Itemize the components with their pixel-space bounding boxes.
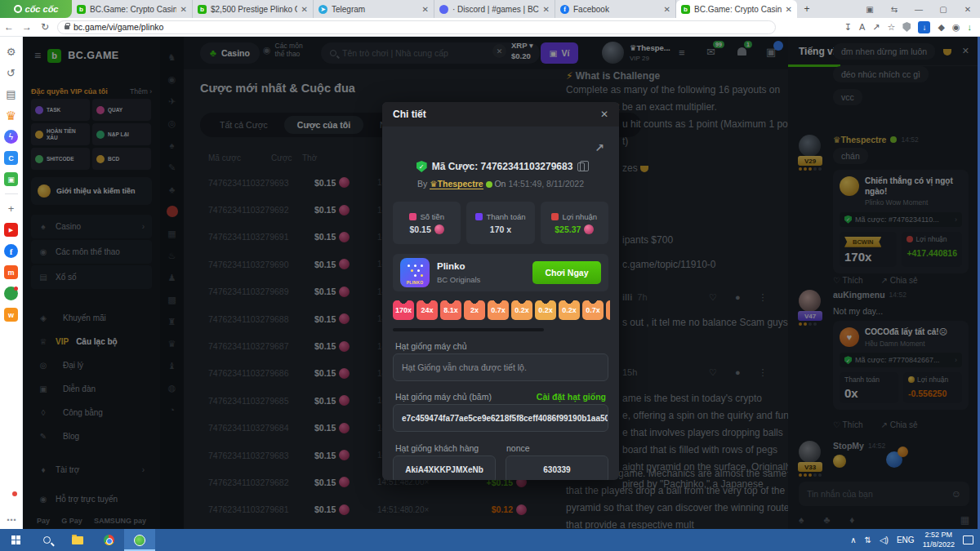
rail-icon[interactable]: [5, 193, 18, 194]
copy-icon[interactable]: [577, 162, 585, 171]
game-category-icon[interactable]: ♞: [167, 51, 178, 63]
window-maximize-button[interactable]: ▢: [931, 5, 956, 14]
modal-share-icon[interactable]: ↗: [595, 141, 604, 154]
plinko-game-icon[interactable]: PLINKO: [400, 258, 430, 287]
url-bar[interactable]: bc.game/vi/game/plinko: [57, 20, 776, 34]
sidebar-menu-item[interactable]: ◊ Công bằng: [31, 401, 152, 424]
game-category-icon[interactable]: ▦: [167, 228, 178, 239]
game-category-icon[interactable]: ♝: [167, 360, 178, 371]
share-icon[interactable]: ↗: [872, 22, 880, 33]
reload-icon[interactable]: ↻: [36, 21, 54, 33]
game-category-icon[interactable]: ●: [167, 206, 178, 217]
chat-close-icon[interactable]: ✕: [962, 46, 969, 56]
coccoc-taskbar-button[interactable]: [124, 529, 155, 551]
vip-perk-tile[interactable]: QUAY: [92, 99, 151, 121]
dislike-icon[interactable]: ●: [735, 292, 741, 303]
table-row[interactable]: 74762341103279681 $0.15 14:51:48 0.20× $…: [208, 496, 527, 523]
network-icon[interactable]: ⇅: [865, 535, 871, 544]
browser-tab[interactable]: · Discord | #games | BC G ✕: [434, 0, 555, 18]
game-category-icon[interactable]: ♣: [167, 184, 178, 195]
sidebar-menu-item[interactable]: ✎ Blog: [31, 424, 152, 448]
back-icon[interactable]: ←: [0, 21, 18, 33]
vip-perk-tile[interactable]: SHITCODE: [31, 148, 90, 170]
bet-author-link[interactable]: ♛Thespectre: [430, 179, 483, 189]
dislike-icon[interactable]: ●: [735, 367, 741, 378]
nonce-input[interactable]: 630339: [506, 455, 608, 480]
chat-toggle-icon[interactable]: ▣: [766, 46, 776, 58]
bet-id-pill[interactable]: ✓ Mã cược: #7476234110...›: [840, 212, 962, 227]
clock[interactable]: 2:52 PM11/8/2022: [923, 531, 955, 549]
tab-close-icon[interactable]: ✕: [786, 5, 792, 14]
like-icon[interactable]: ♡: [709, 367, 717, 378]
chrome-button[interactable]: [93, 529, 124, 551]
casino-nav-button[interactable]: ♣ Casino: [200, 42, 260, 64]
game-category-icon[interactable]: ◉: [167, 73, 178, 85]
clover-icon[interactable]: ♦: [849, 514, 854, 526]
sidebar-menu-item[interactable]: ▤ Xổ số: [31, 265, 152, 289]
window-close-button[interactable]: ✕: [956, 5, 980, 14]
language-indicator[interactable]: ENG: [897, 535, 915, 544]
play-now-button[interactable]: Chơi Ngay: [532, 261, 601, 284]
referral-banner[interactable]: Giới thiệu và kiếm tiền: [31, 177, 152, 205]
sidebar-menu-item[interactable]: ◈ Khuyến mãi: [31, 306, 152, 330]
more-icon[interactable]: ⋮: [759, 292, 768, 303]
tab-close-icon[interactable]: ✕: [301, 5, 308, 14]
coccoc-menu-button[interactable]: cốc cốc: [0, 0, 72, 18]
rail-icon[interactable]: w: [4, 308, 18, 322]
vip-perk-tile[interactable]: HOÀN TIỀN XẤU: [31, 123, 90, 145]
bcgame-logo-text[interactable]: BC.GAME: [68, 50, 119, 61]
chat-trophy-icon[interactable]: [943, 49, 951, 56]
mail-icon[interactable]: ✉99: [706, 46, 715, 58]
bets-tab[interactable]: Tất cả Cược: [207, 116, 281, 134]
rail-icon[interactable]: [4, 287, 18, 300]
rail-icon[interactable]: m: [4, 265, 18, 279]
tab-close-icon[interactable]: ✕: [664, 5, 670, 14]
save-page-icon[interactable]: ↧: [844, 22, 852, 33]
browser-tab[interactable]: b $2,500 Prestige Plinko Challe ✕: [193, 0, 314, 18]
adblock-shield-icon[interactable]: [902, 22, 911, 32]
forward-icon[interactable]: →: [18, 21, 36, 33]
game-category-icon[interactable]: ♟: [167, 272, 178, 283]
extensions-icon[interactable]: ◆: [938, 22, 944, 33]
browser-tab[interactable]: b BC.Game: Crypto Casino Gan ✕: [72, 0, 193, 18]
share-button[interactable]: ↗ Chia sẻ: [881, 276, 918, 285]
currency-selector[interactable]: ✕ XRP ▾$0.20: [492, 41, 533, 62]
window-minimize-button[interactable]: —: [906, 5, 931, 14]
chat-avatar[interactable]: [799, 135, 821, 157]
wallet-button[interactable]: ▣ Ví: [541, 42, 578, 64]
game-category-icon[interactable]: ◎: [167, 118, 178, 129]
game-category-icon[interactable]: ♜: [167, 316, 178, 327]
client-seed-input[interactable]: AkiA4XKKPJMXeNb: [393, 455, 496, 480]
action-center-icon[interactable]: [963, 535, 973, 544]
user-avatar[interactable]: [602, 42, 624, 64]
tab-close-icon[interactable]: ✕: [422, 5, 429, 14]
vip-perk-tile[interactable]: BCD: [92, 148, 151, 170]
game-category-icon[interactable]: ✎: [167, 162, 178, 173]
start-button[interactable]: [0, 529, 31, 551]
like-button[interactable]: ♡ Thích: [833, 420, 863, 429]
translate-icon[interactable]: A: [859, 22, 865, 32]
chat-input[interactable]: Tin nhắn của bạn ☺: [799, 482, 969, 506]
rail-icon[interactable]: ▤: [4, 87, 18, 101]
chat-username[interactable]: auKingmenu14:52: [833, 290, 906, 300]
rail-icon[interactable]: ϟ: [4, 130, 18, 144]
vip-perk-tile[interactable]: NẠP LẠI: [92, 123, 151, 145]
rail-icon[interactable]: ⚙: [4, 45, 18, 59]
more-icon[interactable]: ⋮: [759, 367, 768, 378]
rail-icon[interactable]: ↺: [4, 66, 18, 80]
chips-scrollbar[interactable]: [393, 328, 544, 331]
vip-perk-tile[interactable]: TASK: [31, 99, 90, 121]
game-category-icon[interactable]: ◍: [167, 382, 178, 393]
bet-id-pill[interactable]: ✓ Mã cược: #7770842667...›: [840, 353, 962, 367]
sidebar-menu-item[interactable]: ◉ Hỗ trợ trực tuyến: [31, 484, 152, 513]
like-icon[interactable]: ♡: [709, 292, 717, 303]
profile-icon[interactable]: ◉: [952, 22, 960, 33]
rail-more-icon[interactable]: ⋯: [0, 514, 23, 526]
sidebar-menu-item[interactable]: ♠ Casino ›: [31, 215, 152, 238]
sidebar-menu-item[interactable]: ◉ Các môn thể thao: [31, 240, 152, 264]
sports-nav-button[interactable]: ◉ Các mônthể thao: [263, 42, 303, 58]
vip-perks-more-link[interactable]: Thêm ›: [130, 87, 152, 96]
chat-username[interactable]: ♛Thespectre14:52: [833, 135, 919, 144]
loss-card[interactable]: ♥ COCOđã lấy tất cả!☹Hều Damn Moment ✓ M…: [833, 321, 969, 410]
browser-tab[interactable]: b BC.Game: Crypto Casino Gar ✕: [676, 0, 797, 18]
